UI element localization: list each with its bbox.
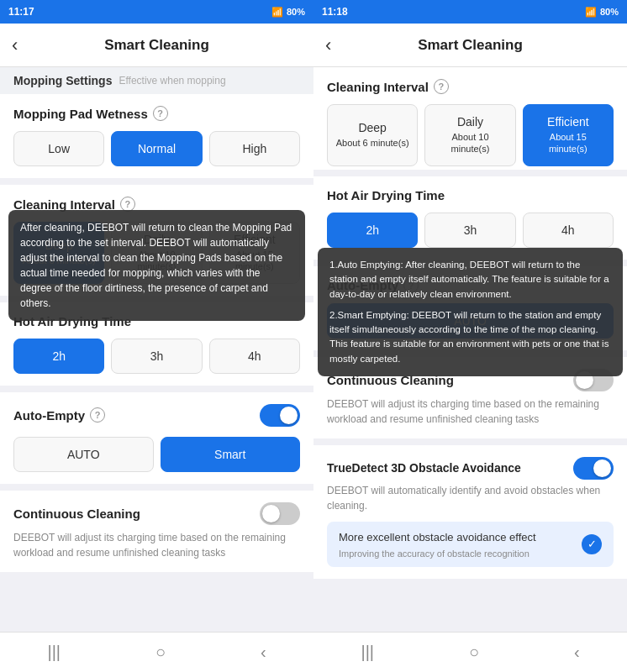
obstacle-badge-text: More excellent obstacle avoidance effect: [339, 530, 536, 545]
right-cleaning-interval-title: Cleaning Interval ?: [327, 79, 614, 94]
left-time: 11:17: [8, 6, 34, 18]
right-bottom-nav: ||| ○ ‹: [314, 632, 627, 672]
right-continuous-desc: DEEBOT will adjust its charging time bas…: [327, 396, 614, 427]
truedetect-section: TrueDetect 3D Obstacle Avoidance DEEBOT …: [314, 445, 627, 579]
left-nav-home-icon[interactable]: ○: [155, 643, 166, 662]
left-tooltip: After cleaning, DEEBOT will return to cl…: [8, 210, 305, 321]
auto-empty-toggle-thumb: [280, 407, 298, 424]
auto-empty-smart-button[interactable]: Smart: [161, 437, 301, 472]
mopping-pad-options: Low Normal High: [13, 131, 300, 166]
auto-empty-help-icon[interactable]: ?: [90, 407, 105, 423]
right-cleaning-interval-section: Cleaning Interval ? Deep About 6 minute(…: [314, 67, 627, 170]
right-hot-air-options: 2h 3h 4h: [327, 213, 614, 248]
right-page-title: Smart Cleaning: [418, 37, 523, 54]
left-tooltip-text: After cleaning, DEEBOT will return to cl…: [20, 222, 292, 309]
right-cleaning-deep-button[interactable]: Deep About 6 minute(s): [327, 104, 418, 166]
right-nav-home-icon[interactable]: ○: [469, 643, 479, 662]
right-tooltip-p2: 2.Smart Emptying: DEEBOT will return to …: [329, 308, 611, 366]
truedetect-desc: DEEBOT will automatically identify and a…: [327, 483, 614, 513]
auto-empty-options: AUTO Smart: [13, 437, 300, 472]
mopping-low-button[interactable]: Low: [13, 131, 104, 166]
right-cleaning-help-icon[interactable]: ?: [434, 79, 449, 94]
left-status-icons: 📶 80%: [271, 7, 305, 18]
right-header: ‹ Smart Cleaning: [314, 24, 627, 67]
mopping-pad-title: Mopping Pad Wetness ?: [13, 106, 300, 121]
mopping-pad-wetness-section: Mopping Pad Wetness ? Low Normal High: [0, 94, 314, 178]
wifi-icon: 📶: [271, 7, 283, 18]
continuous-cleaning-desc: DEEBOT will adjust its charging time bas…: [13, 530, 300, 560]
truedetect-toggle-row: TrueDetect 3D Obstacle Avoidance: [327, 457, 614, 480]
auto-empty-auto-button[interactable]: AUTO: [13, 437, 154, 472]
drying-2h-button[interactable]: 2h: [13, 339, 104, 374]
right-drying-4h-button[interactable]: 4h: [523, 213, 614, 248]
mopping-normal-button[interactable]: Normal: [111, 131, 202, 166]
continuous-cleaning-title: Continuous Cleaning: [13, 507, 140, 521]
battery-icon: 80%: [287, 7, 305, 17]
right-back-button[interactable]: ‹: [325, 34, 331, 56]
left-nav-menu-icon[interactable]: |||: [47, 643, 61, 662]
right-nav-menu-icon[interactable]: |||: [361, 643, 374, 662]
left-page-title: Smart Cleaning: [104, 37, 209, 54]
auto-empty-toggle-row: Auto-Empty ?: [13, 404, 300, 427]
right-battery-icon: 80%: [600, 7, 619, 17]
mopping-high-button[interactable]: High: [209, 131, 300, 166]
right-nav-back-icon[interactable]: ‹: [574, 643, 580, 662]
right-cleaning-efficient-button[interactable]: Efficient About 15 minute(s): [523, 104, 614, 166]
right-hot-air-title: Hot Air Drying Time: [327, 188, 614, 202]
right-tooltip-p1: 1.Auto Emptying: After cleaning, DEEBOT …: [329, 258, 611, 302]
right-status-bar: 11:18 📶 80%: [314, 0, 627, 24]
left-back-button[interactable]: ‹: [12, 34, 18, 56]
drying-4h-button[interactable]: 4h: [209, 339, 300, 374]
left-nav-back-icon[interactable]: ‹: [261, 643, 266, 662]
right-drying-2h-button[interactable]: 2h: [327, 213, 418, 248]
left-status-bar: 11:17 📶 80%: [0, 0, 314, 24]
right-time: 11:18: [322, 6, 348, 18]
truedetect-title: TrueDetect 3D Obstacle Avoidance: [327, 461, 521, 475]
mopping-pad-help-icon[interactable]: ?: [153, 106, 168, 121]
right-panel: 11:18 📶 80% ‹ Smart Cleaning Cleaning In…: [314, 0, 627, 672]
continuous-cleaning-section: Continuous Cleaning DEEBOT will adjust i…: [0, 491, 314, 572]
check-circle-icon: ✓: [582, 534, 602, 554]
right-cleaning-interval-options: Deep About 6 minute(s) Daily About 10 mi…: [327, 104, 614, 166]
mopping-settings-sublabel: Effective when mopping: [119, 75, 225, 87]
right-wifi-icon: 📶: [585, 7, 597, 18]
auto-empty-title: Auto-Empty ?: [13, 407, 105, 423]
truedetect-toggle[interactable]: [573, 457, 614, 480]
left-content: Mopping Settings Effective when mopping …: [0, 67, 314, 632]
right-status-icons: 📶 80%: [585, 7, 619, 18]
hot-air-options: 2h 3h 4h: [13, 339, 300, 374]
left-header: ‹ Smart Cleaning: [0, 24, 314, 67]
right-drying-3h-button[interactable]: 3h: [424, 213, 515, 248]
auto-empty-section: Auto-Empty ? AUTO Smart: [0, 392, 314, 484]
left-panel: 11:17 📶 80% ‹ Smart Cleaning Mopping Set…: [0, 0, 314, 672]
auto-empty-toggle[interactable]: [260, 404, 300, 427]
right-cleaning-daily-button[interactable]: Daily About 10 minute(s): [424, 104, 515, 166]
mopping-settings-section: Mopping Settings Effective when mopping: [0, 67, 314, 94]
mopping-settings-label: Mopping Settings: [13, 74, 112, 87]
truedetect-thumb: [593, 459, 611, 477]
continuous-toggle-thumb: [262, 505, 280, 522]
right-hot-air-section: Hot Air Drying Time 2h 3h 4h: [314, 176, 627, 260]
left-bottom-nav: ||| ○ ‹: [0, 632, 314, 672]
continuous-toggle-row: Continuous Cleaning: [13, 502, 300, 525]
drying-3h-button[interactable]: 3h: [111, 339, 202, 374]
continuous-cleaning-toggle[interactable]: [260, 502, 300, 525]
right-tooltip: 1.Auto Emptying: After cleaning, DEEBOT …: [318, 248, 623, 376]
obstacle-badge-sub: Improving the accuracy of obstacle recog…: [339, 549, 536, 559]
obstacle-badge: More excellent obstacle avoidance effect…: [327, 522, 614, 567]
